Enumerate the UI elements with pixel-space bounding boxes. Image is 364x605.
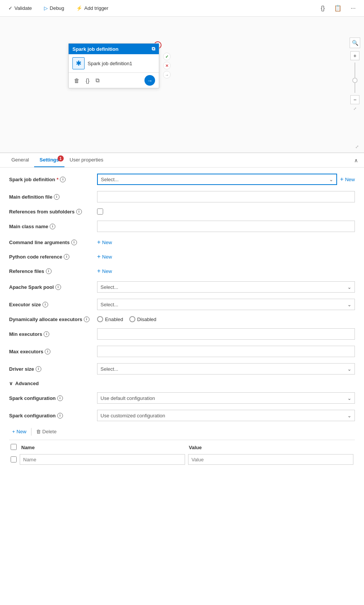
row-name-input[interactable] <box>20 454 185 465</box>
spark-config2-select[interactable]: Use customized configuration ⌄ <box>97 410 355 421</box>
tab-user-properties[interactable]: User properties <box>64 153 109 167</box>
node-delete-button[interactable]: 🗑 <box>72 77 81 85</box>
min-executors-control <box>97 328 355 340</box>
spark-job-node[interactable]: Spark job definition ⧉ ✱ Spark job defin… <box>68 43 159 88</box>
main-class-info[interactable]: i <box>50 224 55 229</box>
spark-job-def-control: Select... ⌄ + New <box>97 174 355 185</box>
main-def-file-label: Main definition file i <box>9 194 93 200</box>
apache-spark-pool-select[interactable]: Select... ⌄ <box>97 281 355 293</box>
ref-files-row: Reference files i + New <box>9 267 355 275</box>
row-value-input[interactable] <box>188 454 353 465</box>
min-executors-input[interactable] <box>97 328 355 340</box>
max-exec-info[interactable]: i <box>45 349 50 354</box>
references-info[interactable]: i <box>76 209 82 215</box>
min-executors-row: Min executors i <box>9 328 355 340</box>
spark-job-def-info[interactable]: i <box>60 177 66 182</box>
spark-config1-info[interactable]: i <box>57 395 63 401</box>
executor-size-select[interactable]: Select... ⌄ <box>97 299 355 310</box>
braces-button[interactable]: {} <box>318 3 327 13</box>
zoom-handle[interactable] <box>352 78 358 83</box>
executor-size-info[interactable]: i <box>42 302 48 307</box>
ref-files-info[interactable]: i <box>46 268 52 274</box>
collapse-button[interactable]: ∧ <box>354 157 358 163</box>
executor-size-label: Executor size i <box>9 302 93 307</box>
driver-size-row: Driver size i Select... ⌄ <box>9 363 355 375</box>
spark-config2-info[interactable]: i <box>57 413 63 418</box>
spark-job-def-select[interactable]: Select... ⌄ <box>97 174 337 185</box>
row-checkbox[interactable] <box>11 456 17 462</box>
col-value-header: Value <box>189 445 353 450</box>
python-code-info[interactable]: i <box>64 254 69 260</box>
dynamic-exec-info[interactable]: i <box>84 317 89 322</box>
node-copy-button[interactable]: ⧉ <box>94 76 101 85</box>
search-button[interactable]: 🔍 <box>350 38 360 48</box>
settings-panel: General Settings 1 User properties ∧ Spa… <box>0 153 364 471</box>
chevron-down-icon-sc2: ⌄ <box>347 413 351 418</box>
table-new-button[interactable]: + New <box>9 427 30 436</box>
main-def-file-input[interactable] <box>97 191 355 202</box>
table-delete-button[interactable]: 🗑 Delete <box>33 427 60 436</box>
executor-size-placeholder: Select... <box>100 302 118 307</box>
node-title: Spark job definition <box>72 46 118 52</box>
max-executors-label: Max executors i <box>9 349 93 354</box>
plus-icon: + <box>340 176 344 183</box>
disabled-radio-label[interactable]: Disabled <box>129 316 157 322</box>
col-name-header: Name <box>21 445 186 450</box>
trigger-icon: ⚡ <box>76 5 82 11</box>
more-button[interactable]: ··· <box>348 3 358 13</box>
main-def-file-info[interactable]: i <box>54 194 60 200</box>
cmd-args-control: + New <box>97 238 355 246</box>
main-class-input[interactable] <box>97 221 355 232</box>
monitor-button[interactable]: 📋 <box>332 3 344 13</box>
enabled-radio-label[interactable]: Enabled <box>97 316 123 322</box>
status-check: ✓ <box>163 53 171 60</box>
disabled-radio[interactable] <box>129 316 135 322</box>
python-code-row: Python code reference i + New <box>9 252 355 261</box>
spark-config1-select[interactable]: Use default configuration ⌄ <box>97 392 355 404</box>
enabled-radio[interactable] <box>97 316 103 322</box>
node-braces-button[interactable]: {} <box>84 77 91 85</box>
tab-general[interactable]: General <box>6 153 34 167</box>
references-label: References from subfolders i <box>9 209 93 215</box>
tab-user-properties-label: User properties <box>70 157 104 163</box>
max-executors-input[interactable] <box>97 346 355 357</box>
debug-button[interactable]: ▷ Debug <box>42 4 66 13</box>
node-go-button[interactable]: → <box>144 75 155 86</box>
validate-button[interactable]: ✓ Validate <box>6 4 34 13</box>
advanced-label: Advanced <box>15 381 39 386</box>
tab-settings[interactable]: Settings 1 <box>34 153 64 167</box>
spark-job-def-new-button[interactable]: + New <box>340 175 355 183</box>
apache-spark-pool-info[interactable]: i <box>55 284 61 290</box>
toolbar-right: {} 📋 ··· <box>318 3 358 13</box>
node-actions: 🗑 {} ⧉ → <box>69 72 159 88</box>
cmd-args-new-button[interactable]: + New <box>97 238 112 246</box>
dynamic-exec-row: Dynamically allocate executors i Enabled… <box>9 316 355 322</box>
min-exec-info[interactable]: i <box>44 331 49 337</box>
zoom-in-button[interactable]: + <box>350 51 359 60</box>
driver-size-placeholder: Select... <box>100 366 118 372</box>
references-row: References from subfolders i <box>9 208 355 215</box>
header-check <box>11 444 18 451</box>
form-area: Spark job definition * i Select... ⌄ + N… <box>0 168 364 471</box>
zoom-out-button[interactable]: − <box>350 95 359 104</box>
node-subtitle: Spark job definition1 <box>88 61 132 66</box>
tabs: General Settings 1 User properties ∧ <box>0 153 364 168</box>
select-all-checkbox[interactable] <box>11 444 17 450</box>
table-plus-icon: + <box>12 429 15 434</box>
chevron-down-icon-pool: ⌄ <box>347 284 351 290</box>
canvas-resize-handle[interactable]: ⤢ <box>355 144 359 149</box>
collapse-chevron-icon: ∨ <box>9 381 13 386</box>
ref-files-new-button[interactable]: + New <box>97 267 112 275</box>
references-checkbox[interactable] <box>97 208 103 215</box>
chevron-down-icon-sc1: ⌄ <box>347 395 351 401</box>
driver-size-info[interactable]: i <box>36 366 41 372</box>
add-trigger-button[interactable]: ⚡ Add trigger <box>74 4 111 13</box>
spark-config1-row: Spark configuration i Use default config… <box>9 392 355 404</box>
cmd-args-label: Command line arguments i <box>9 240 93 245</box>
chevron-down-icon-exec: ⌄ <box>347 302 351 307</box>
cmd-args-info[interactable]: i <box>71 240 77 245</box>
advanced-section[interactable]: ∨ Advanced <box>9 381 355 386</box>
min-executors-label: Min executors i <box>9 331 93 337</box>
driver-size-select[interactable]: Select... ⌄ <box>97 363 355 375</box>
python-code-new-button[interactable]: + New <box>97 252 112 261</box>
